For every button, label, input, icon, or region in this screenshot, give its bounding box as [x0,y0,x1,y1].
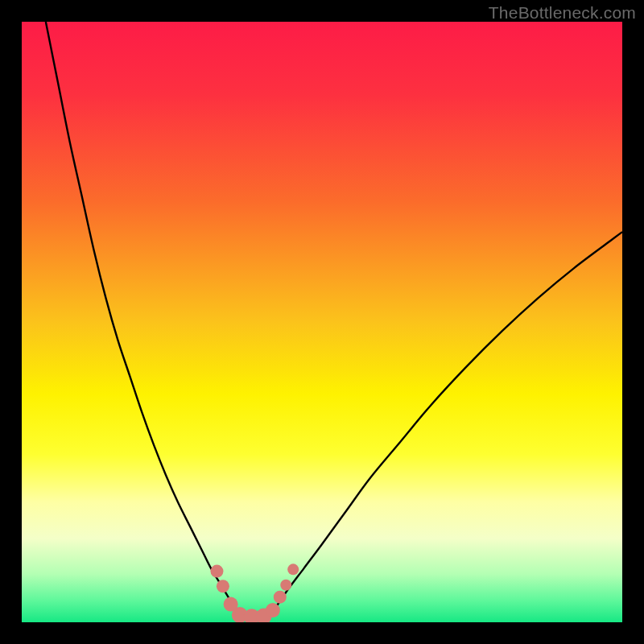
outer-frame: TheBottleneck.com [0,0,644,644]
data-point [266,603,280,617]
data-point [280,580,291,591]
watermark-text: TheBottleneck.com [489,3,636,23]
plot-area [22,22,622,622]
data-point [287,564,299,575]
data-point [210,565,223,578]
data-point [217,580,229,592]
data-point [274,591,287,604]
chart-svg [22,22,622,622]
